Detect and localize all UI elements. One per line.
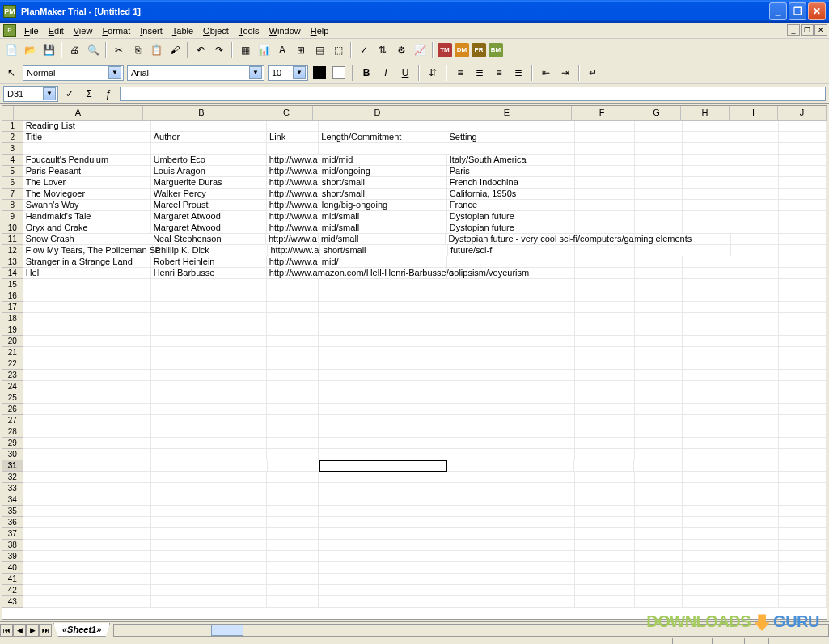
cell[interactable]	[23, 551, 151, 562]
cell[interactable]	[575, 155, 635, 166]
cell[interactable]	[446, 585, 574, 596]
print-icon[interactable]: 🖨	[66, 42, 82, 58]
sheet-tab[interactable]: «Sheet1»	[53, 623, 110, 637]
cell[interactable]	[635, 438, 683, 449]
cell[interactable]	[151, 517, 267, 528]
cell[interactable]	[575, 279, 635, 290]
cell[interactable]: Phillip K. Dick	[153, 245, 269, 256]
cell[interactable]	[683, 245, 731, 256]
col-header-H[interactable]: H	[681, 106, 730, 120]
cell[interactable]	[575, 245, 635, 256]
cell[interactable]: Robert Heinlein	[151, 256, 267, 268]
cell[interactable]	[267, 551, 319, 562]
cell[interactable]	[267, 506, 319, 517]
cell[interactable]	[635, 426, 683, 438]
cell[interactable]	[635, 279, 683, 290]
cell[interactable]	[635, 574, 683, 585]
cell[interactable]	[151, 381, 267, 392]
cell[interactable]	[683, 268, 730, 279]
cell[interactable]	[151, 562, 267, 574]
cell[interactable]: http://www.a	[267, 166, 319, 177]
cell[interactable]	[730, 596, 778, 608]
cell[interactable]	[575, 132, 635, 143]
cell[interactable]	[683, 177, 730, 189]
cell[interactable]	[23, 415, 151, 426]
cell[interactable]	[779, 211, 827, 222]
cell[interactable]	[635, 166, 683, 177]
cell[interactable]	[319, 279, 446, 290]
cell[interactable]	[446, 472, 574, 483]
formula-input[interactable]	[120, 87, 826, 101]
cell[interactable]: mid/mid	[319, 155, 447, 166]
cell[interactable]	[683, 132, 730, 143]
cell[interactable]	[683, 143, 730, 155]
cell[interactable]: http://www.a	[267, 200, 319, 211]
cell[interactable]: Hell	[23, 268, 151, 279]
cell[interactable]	[23, 426, 151, 438]
sum-icon[interactable]: Σ	[81, 86, 97, 102]
cell[interactable]	[730, 189, 778, 200]
cell[interactable]	[635, 132, 683, 143]
cell[interactable]: http://www.a	[267, 211, 319, 222]
cell[interactable]	[575, 336, 635, 347]
cell[interactable]	[730, 426, 778, 438]
cell[interactable]	[319, 517, 446, 528]
mdi-close-button[interactable]: ✕	[814, 24, 827, 36]
cell[interactable]	[683, 562, 730, 574]
cell[interactable]	[635, 517, 683, 528]
cell[interactable]	[779, 562, 827, 574]
cell[interactable]	[319, 392, 446, 404]
cell[interactable]: short/small	[319, 177, 447, 189]
cell-ref-combo[interactable]: D31 ▼	[3, 86, 58, 102]
pointer-icon[interactable]: ↖	[3, 65, 19, 81]
cell[interactable]	[446, 540, 574, 551]
cell[interactable]: Louis Aragon	[151, 166, 267, 177]
cell[interactable]	[683, 358, 730, 370]
cell[interactable]	[23, 506, 151, 517]
cell[interactable]	[635, 415, 683, 426]
cell[interactable]	[575, 404, 635, 415]
cell[interactable]	[267, 279, 319, 290]
cell[interactable]: short/small	[319, 189, 447, 200]
col-header-E[interactable]: E	[442, 106, 572, 120]
wrap-icon[interactable]: ↵	[585, 65, 601, 81]
cell[interactable]	[319, 472, 446, 483]
cell[interactable]	[151, 121, 267, 132]
cell[interactable]	[731, 234, 779, 245]
row-header[interactable]: 7	[2, 189, 23, 200]
cell[interactable]	[779, 222, 827, 234]
copy-icon[interactable]: ⎘	[129, 42, 146, 58]
minimize-button[interactable]: _	[769, 2, 787, 20]
row-header[interactable]: 5	[2, 166, 23, 177]
cell[interactable]	[635, 211, 683, 222]
pr-button[interactable]: PR	[472, 43, 486, 57]
cell[interactable]	[23, 438, 151, 449]
col-header-D[interactable]: D	[313, 106, 442, 120]
cell[interactable]	[635, 562, 683, 574]
cell[interactable]	[446, 506, 574, 517]
cell[interactable]	[151, 596, 267, 608]
cell[interactable]	[575, 585, 635, 596]
cell[interactable]	[635, 313, 683, 324]
cell[interactable]	[635, 302, 683, 313]
row-header[interactable]: 14	[2, 268, 23, 279]
mdi-restore-button[interactable]: ❐	[801, 24, 814, 36]
tab-next-button[interactable]: ▶	[26, 624, 39, 637]
cell[interactable]: http://www.a	[267, 222, 319, 234]
cell[interactable]	[683, 211, 730, 222]
cell[interactable]	[730, 528, 778, 540]
cell[interactable]: France	[447, 200, 575, 211]
cell[interactable]	[575, 302, 635, 313]
row-header[interactable]: 36	[2, 517, 23, 528]
cell[interactable]	[575, 200, 635, 211]
cell[interactable]	[151, 438, 267, 449]
cell[interactable]: Marcel Proust	[151, 200, 267, 211]
cell[interactable]	[319, 268, 447, 279]
cell[interactable]	[446, 121, 574, 132]
cell[interactable]	[319, 313, 446, 324]
cell[interactable]	[575, 438, 635, 449]
cell[interactable]: mid/ongoing	[319, 166, 447, 177]
cell[interactable]	[779, 177, 827, 189]
cell[interactable]	[575, 358, 635, 370]
cell[interactable]	[730, 392, 778, 404]
